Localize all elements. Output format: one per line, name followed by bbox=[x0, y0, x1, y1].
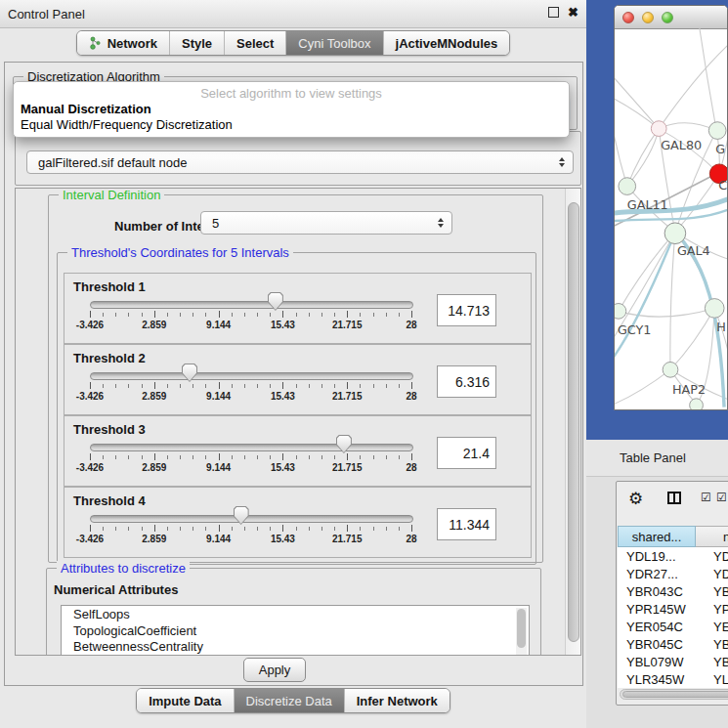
slider-thumb[interactable] bbox=[268, 292, 283, 311]
table-row[interactable]: YPR145WYPR1 bbox=[618, 600, 728, 618]
tick-mark bbox=[128, 384, 129, 388]
column-header-name[interactable]: n bbox=[696, 526, 728, 547]
tick-mark bbox=[347, 311, 348, 318]
network-canvas[interactable]: GAL80 GAL11 GAL4 GCY1 HAP2 G C H bbox=[615, 28, 727, 410]
float-window-icon[interactable] bbox=[548, 7, 559, 18]
table-row[interactable]: YBR043CYBR0 bbox=[618, 582, 728, 600]
tick-mark bbox=[411, 311, 412, 318]
tab-infer-network[interactable]: Infer Network bbox=[344, 689, 450, 712]
settings-scrollbar[interactable] bbox=[565, 189, 580, 655]
tab-impute-data[interactable]: Impute Data bbox=[137, 689, 233, 712]
node-gal80[interactable] bbox=[651, 121, 666, 137]
node-gcy1[interactable] bbox=[615, 304, 626, 320]
table-panel-body: ⚙ ☑ ☑ shared... n YDL19...YDL1YDR27...YD… bbox=[586, 477, 728, 728]
table-row[interactable]: YDL19...YDL1 bbox=[618, 547, 728, 565]
tick-label: 28 bbox=[406, 391, 416, 402]
threshold-row: Threshold 1 -3.4262.8599.14415.4321.7152… bbox=[64, 273, 532, 344]
tick-mark bbox=[180, 384, 181, 388]
zoom-traffic-light-icon[interactable] bbox=[662, 12, 673, 23]
number-of-intervals-combobox[interactable]: 5 bbox=[200, 211, 452, 235]
table-row[interactable]: YBL079WYBL0 bbox=[618, 653, 728, 670]
network-view-window[interactable]: GAL80 GAL11 GAL4 GCY1 HAP2 G C H bbox=[614, 5, 728, 410]
tick-label: -3.426 bbox=[76, 391, 104, 402]
tick-mark bbox=[193, 527, 193, 531]
slider-thumb[interactable] bbox=[182, 364, 197, 382]
node-partial-bottom[interactable] bbox=[690, 399, 704, 410]
node-partial-top-right[interactable] bbox=[708, 122, 726, 140]
checkbox-icon[interactable]: ☑ bbox=[701, 491, 711, 504]
apply-button[interactable]: Apply bbox=[243, 658, 306, 682]
threshold-value-field[interactable]: 14.713 bbox=[437, 294, 496, 326]
slider-ticks bbox=[90, 311, 411, 319]
checkbox-icon[interactable]: ☑ bbox=[716, 491, 727, 504]
attribute-list-item[interactable]: BetweennessCentrality bbox=[62, 638, 529, 655]
tab-discretize-data[interactable]: Discretize Data bbox=[234, 689, 344, 712]
threshold-value-field[interactable]: 21.4 bbox=[437, 437, 496, 469]
columns-icon[interactable] bbox=[667, 492, 681, 504]
threshold-value-field[interactable]: 11.344 bbox=[437, 508, 496, 540]
tab-style[interactable]: Style bbox=[169, 31, 224, 55]
tab-select[interactable]: Select bbox=[224, 31, 285, 55]
tab-jactivemnodules[interactable]: jActiveMNodules bbox=[383, 31, 510, 55]
tick-mark bbox=[244, 527, 245, 531]
tick-mark bbox=[282, 453, 283, 460]
screen: Control Panel ✖ Network Style Sel bbox=[0, 0, 728, 728]
numerical-attributes-list[interactable]: SelfLoopsTopologicalCoefficientBetweenne… bbox=[61, 605, 530, 656]
threshold-2-slider[interactable]: -3.4262.8599.14415.4321.71528 bbox=[90, 345, 411, 414]
gear-icon[interactable]: ⚙ bbox=[628, 489, 643, 509]
slider-thumb[interactable] bbox=[234, 506, 249, 525]
slider-track[interactable] bbox=[90, 515, 413, 523]
threshold-3-slider[interactable]: -3.4262.8599.14415.4321.71528 bbox=[90, 416, 411, 486]
tick-mark bbox=[257, 313, 258, 317]
network-nodes[interactable] bbox=[615, 121, 727, 410]
list-scrollbar-thumb[interactable] bbox=[517, 609, 526, 648]
table-data-value: galFiltered.sif default node bbox=[38, 155, 187, 170]
node-label-fragment: H bbox=[716, 320, 726, 334]
close-icon[interactable]: ✖ bbox=[568, 7, 578, 18]
attribute-list-item[interactable]: TopologicalCoefficient bbox=[62, 622, 529, 639]
table-row[interactable]: YBR045CYBR0 bbox=[618, 635, 728, 653]
list-scrollbar[interactable] bbox=[516, 608, 527, 656]
tick-mark bbox=[219, 453, 220, 460]
close-traffic-light-icon[interactable] bbox=[622, 12, 634, 23]
tick-mark bbox=[90, 382, 91, 389]
settings-scrollbar-thumb[interactable] bbox=[568, 202, 579, 642]
tick-mark bbox=[244, 313, 245, 317]
tick-mark bbox=[321, 527, 322, 531]
tick-mark bbox=[103, 527, 104, 531]
table-row[interactable]: YER054CYER0 bbox=[618, 618, 728, 635]
node-hap2[interactable] bbox=[663, 362, 678, 377]
table-data-combobox[interactable]: galFiltered.sif default node bbox=[26, 150, 574, 174]
dropdown-option-equal-width[interactable]: Equal Width/Frequency Discretization bbox=[21, 117, 233, 132]
node-gal4[interactable] bbox=[664, 223, 686, 244]
slider-thumb[interactable] bbox=[336, 435, 352, 453]
tick-mark bbox=[373, 455, 374, 459]
tab-cyni-toolbox[interactable]: Cyni Toolbox bbox=[285, 31, 382, 55]
slider-track[interactable] bbox=[90, 301, 413, 309]
table-horizontal-scrollbar-thumb[interactable] bbox=[622, 691, 728, 698]
node-right[interactable] bbox=[705, 299, 724, 319]
tick-mark bbox=[360, 384, 361, 388]
attribute-list-item[interactable]: SelfLoops bbox=[62, 606, 529, 622]
slider-track[interactable] bbox=[90, 444, 413, 451]
interval-definition-group: Interval Definition Number of Intervals … bbox=[48, 194, 543, 563]
node-gal11[interactable] bbox=[619, 178, 636, 195]
threshold-value-field[interactable]: 6.316 bbox=[437, 365, 496, 398]
table-row[interactable]: YDR27...YDR2 bbox=[618, 565, 728, 582]
tick-mark bbox=[167, 384, 168, 388]
slider-track[interactable] bbox=[90, 372, 413, 380]
panel-title: Control Panel bbox=[8, 7, 85, 21]
tick-mark bbox=[244, 455, 245, 459]
dropdown-option-manual[interactable]: Manual Discretization bbox=[21, 102, 151, 116]
table-horizontal-scrollbar[interactable] bbox=[620, 689, 728, 700]
tick-mark bbox=[309, 384, 310, 388]
network-window-titlebar[interactable] bbox=[615, 6, 727, 29]
threshold-1-slider[interactable]: -3.4262.8599.14415.4321.71528 bbox=[90, 274, 411, 343]
table-row[interactable]: YLR345WYLR3 bbox=[618, 670, 728, 688]
tick-mark bbox=[154, 382, 155, 389]
tab-network[interactable]: Network bbox=[77, 31, 169, 55]
numerical-attributes-label: Numerical Attributes bbox=[54, 582, 178, 597]
minimize-traffic-light-icon[interactable] bbox=[642, 12, 654, 23]
column-header-shared[interactable]: shared... bbox=[618, 526, 696, 547]
threshold-4-slider[interactable]: -3.4262.8599.14415.4321.71528 bbox=[90, 488, 411, 557]
